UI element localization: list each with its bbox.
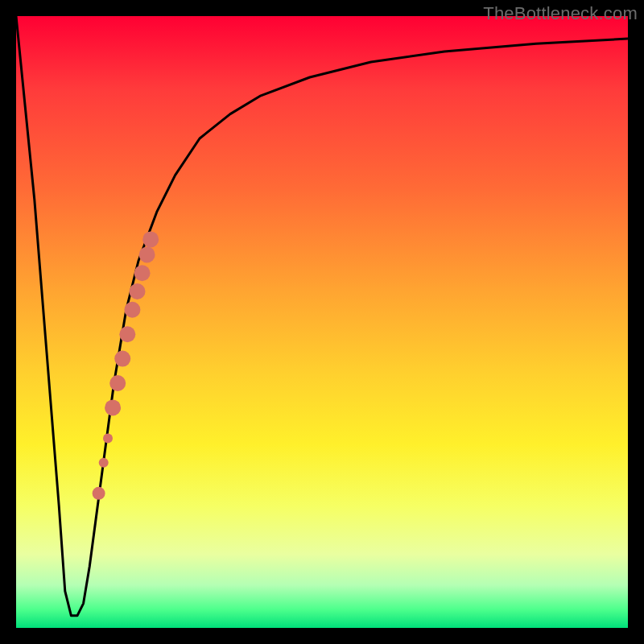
highlight-dot — [139, 246, 155, 262]
watermark-text: TheBottleneck.com — [483, 3, 638, 24]
highlight-dot — [130, 283, 146, 299]
highlight-dot — [119, 326, 135, 342]
chart-plot-area — [16, 16, 628, 628]
highlight-dot — [134, 265, 151, 281]
chart-svg — [16, 16, 628, 628]
bottleneck-curve — [16, 16, 628, 616]
highlight-dot — [103, 433, 113, 443]
highlight-dot — [105, 399, 121, 415]
highlight-dot — [142, 231, 159, 247]
highlight-dots — [93, 231, 159, 499]
highlight-dot — [114, 351, 130, 367]
highlight-dot — [93, 487, 105, 500]
highlight-dot — [124, 302, 140, 318]
highlight-dot — [109, 375, 126, 391]
chart-frame: TheBottleneck.com — [0, 0, 644, 644]
highlight-dot — [99, 458, 109, 468]
